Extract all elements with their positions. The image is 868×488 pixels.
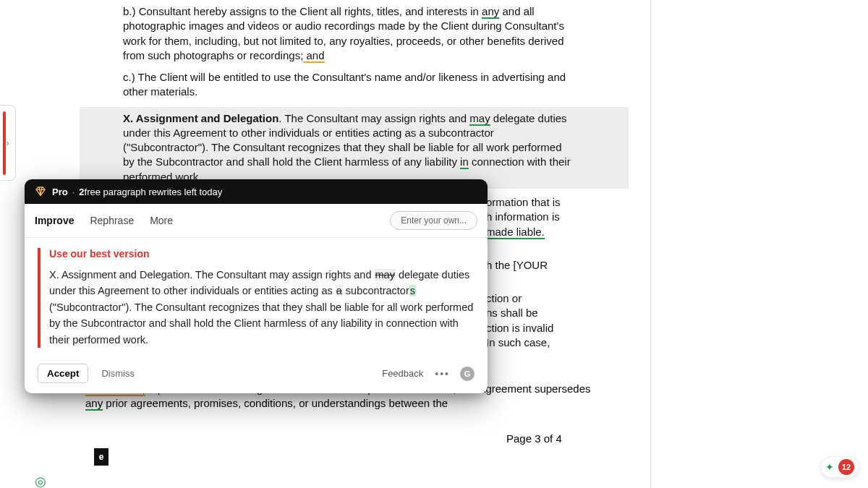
rewrite-heading: X. Assignment and Delegation. [49,269,192,281]
fragment: ormation that is [486,195,631,210]
section-x-heading: X. Assignment and Delegation [123,112,278,124]
clause-b-text-1: Consultant hereby assigns to the Client … [136,5,482,17]
paragraph-x-selected[interactable]: X. Assignment and Delegation. The Consul… [80,107,629,189]
grammarly-icon[interactable]: G [460,367,475,381]
fingerprint-icon[interactable]: ◎ [35,474,46,488]
more-options-icon[interactable]: ••• [435,368,450,380]
underline-and[interactable]: and [303,49,324,63]
tab-rephrase[interactable]: Rephrase [90,215,134,226]
underline-any-2[interactable]: any [85,397,103,411]
removed-text: may [375,269,396,281]
popup-tabs: Improve Rephrase More Enter your own... [25,204,488,238]
status-pill[interactable]: ✦ 12 [820,456,859,478]
popup-body: Use our best version X. Assignment and D… [25,238,488,355]
page-number: Page 3 of 4 [506,432,562,445]
feedback-link[interactable]: Feedback [382,368,423,379]
text: The Consultant may assign rights and [192,269,374,281]
issue-count-badge: 12 [838,459,854,475]
rewrites-remaining-text: free paragraph rewrites left today [85,187,223,197]
fragment: ction is invalid [486,321,631,335]
clause-b-label: b.) [123,5,136,17]
diamond-icon [35,186,46,197]
removed-text: a [336,285,343,296]
popup-header: Pro · 2 free paragraph rewrites left tod… [25,179,488,204]
rewrites-count: 2 [79,187,84,197]
text: ("Subcontractor"). The Consultant recogn… [49,301,473,346]
enter-your-own-button[interactable]: Enter your own... [390,211,477,230]
section-x-text-1: . The Consultant may assign rights and [278,112,469,124]
collapse-sidebar-handle[interactable]: › [0,105,16,181]
fragment: made liable. [486,226,545,239]
accept-button[interactable]: Accept [38,364,88,383]
clause-c-text: The Client will be entitled to use the C… [123,71,566,98]
best-version-label: Use our best version [49,248,475,260]
rewrite-suggestion[interactable]: X. Assignment and Delegation. The Consul… [49,267,475,348]
popup-actions: Accept Dismiss Feedback ••• G [25,355,488,393]
dismiss-button[interactable]: Dismiss [94,364,142,382]
text: prior agreements, promises, conditions, … [103,397,448,409]
fragment: ction or [486,291,631,306]
chevron-right-icon: › [7,138,9,148]
inserted-text: s [409,285,416,296]
underline-may[interactable]: may [469,112,490,126]
clause-c-label: c.) [123,71,135,83]
paragraph-b: b.) Consultant hereby assigns to the Cli… [123,4,571,63]
pro-label: Pro [52,187,68,197]
fragment: ns shall be [486,306,631,320]
fragment: h the [YOUR [486,258,631,273]
tab-more[interactable]: More [150,215,173,226]
paragraph-c: c.) The Client will be entitled to use t… [123,70,571,100]
separator-dot: · [68,187,80,197]
fragment: In such case, [486,335,631,350]
rewrite-popup: Pro · 2 free paragraph rewrites left tod… [25,179,488,393]
fragment: h information is [486,210,631,224]
tab-improve[interactable]: Improve [35,215,74,226]
partial-text-right: ormation that is h information is made l… [486,195,631,350]
alert-indicator [3,111,6,175]
underline-in[interactable]: in [460,155,469,169]
text: subcontractor [343,285,409,296]
file-icon[interactable]: e [94,448,109,466]
underline-any[interactable]: any [482,5,499,19]
check-icon: ✦ [825,461,834,473]
